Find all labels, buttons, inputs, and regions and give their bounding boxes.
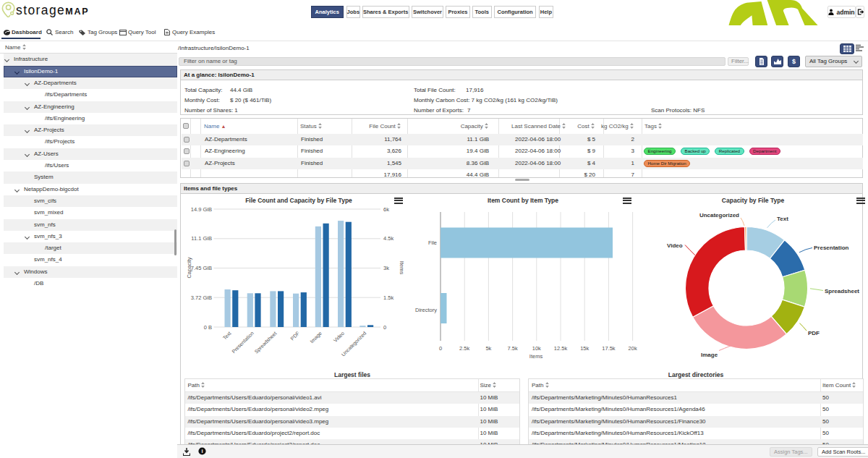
svg-text:PDF: PDF [808,330,820,336]
svg-text:File: File [428,239,437,246]
svg-text:0 B: 0 B [204,324,212,331]
svg-text:11.1 GiB: 11.1 GiB [191,235,212,242]
svg-text:Uncategorized: Uncategorized [699,212,739,219]
svg-text:12.5k: 12.5k [554,345,568,352]
svg-text:0: 0 [383,324,386,331]
svg-text:Capacity by File Type: Capacity by File Type [722,197,785,204]
svg-text:2.5k: 2.5k [459,345,469,352]
svg-text:15k: 15k [580,345,589,352]
svg-text:Capacity: Capacity [186,257,192,278]
svg-text:Items: Items [529,353,543,360]
svg-text:Image: Image [701,352,718,358]
svg-text:3k: 3k [383,265,389,271]
svg-text:Items: Items [399,261,405,275]
svg-text:20k: 20k [629,345,637,352]
svg-text:0: 0 [439,345,442,352]
svg-text:File Count and Capacity by Fil: File Count and Capacity by File Type [245,197,352,204]
svg-text:17.5k: 17.5k [602,345,616,352]
svg-text:3.72 GiB: 3.72 GiB [191,294,212,301]
svg-text:Text: Text [222,331,232,341]
svg-text:7.45 GiB: 7.45 GiB [191,265,212,271]
svg-text:5k: 5k [485,345,491,352]
svg-text:Text: Text [777,216,788,222]
svg-text:i: i [201,448,203,454]
svg-text:Spreadsheet: Spreadsheet [253,331,278,355]
svg-text:1.5k: 1.5k [383,294,393,301]
svg-text:Presentation: Presentation [814,245,849,251]
svg-text:Image: Image [309,331,323,344]
svg-text:Video: Video [333,331,346,344]
svg-text:10k: 10k [532,345,541,352]
svg-text:4.5k: 4.5k [383,235,393,242]
svg-text:7.5k: 7.5k [508,345,518,352]
svg-text:Directory: Directory [415,307,437,313]
svg-text:Item Count by Item Type: Item Count by Item Type [488,197,558,204]
svg-text:6k: 6k [383,206,389,213]
svg-text:Presentation: Presentation [231,331,255,355]
svg-text:Video: Video [667,242,683,249]
svg-text:Spreadsheet: Spreadsheet [825,288,859,294]
svg-text:14.9 GiB: 14.9 GiB [191,206,212,213]
svg-text:PDF: PDF [289,331,300,342]
